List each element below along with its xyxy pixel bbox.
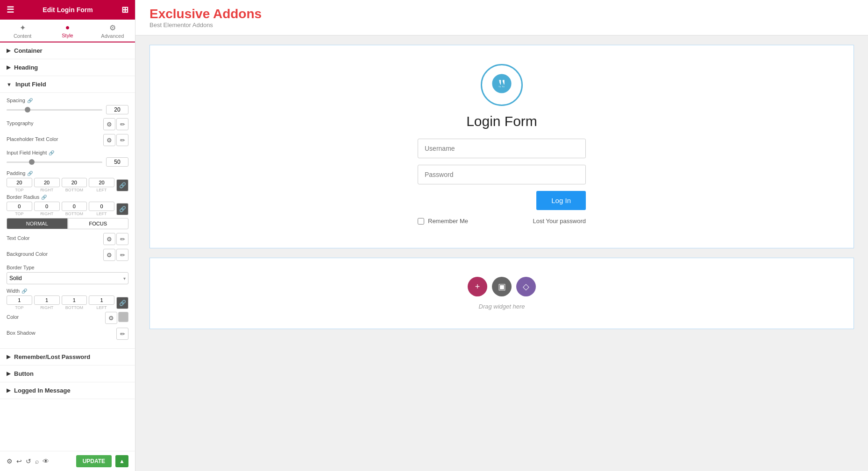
input-field-label: Input Field: [15, 81, 46, 88]
settings-bottom-icon[interactable]: ⚙: [7, 457, 13, 465]
section-remember-lost[interactable]: ▶ Remember/Lost Password: [0, 349, 135, 366]
br-top[interactable]: 0: [7, 202, 32, 211]
box-shadow-label: Box Shadow: [7, 330, 36, 336]
placeholder-color-settings-icon[interactable]: ⚙: [103, 134, 115, 146]
padding-quad: 20 TOP 20 RIGHT 20 BOTTOM 20 LEFT 🔗: [7, 178, 128, 192]
main-area: Exclusive Addons Best Elementor Addons W…: [135, 0, 868, 471]
section-container[interactable]: ▶ Container: [0, 42, 135, 59]
br-bottom[interactable]: 0: [62, 202, 87, 211]
refresh-bottom-icon[interactable]: ↺: [26, 457, 31, 465]
add-widget-icon[interactable]: +: [468, 277, 487, 296]
heading-arrow-icon: ▶: [7, 64, 10, 70]
tab-advanced[interactable]: ⚙ Advanced: [90, 20, 135, 42]
section-input-field[interactable]: ▼ Input Field: [0, 76, 135, 93]
color-row: Color ⚙: [7, 312, 128, 324]
text-color-settings-icon[interactable]: ⚙: [103, 233, 115, 245]
br-right-label: RIGHT: [40, 211, 53, 216]
tab-style[interactable]: ● Style: [45, 20, 90, 42]
drag-widget-area: + ▣ ◇ Drag widget here: [149, 258, 854, 329]
site-subtitle: Best Elementor Addons: [149, 21, 854, 28]
border-type-label: Border Type: [7, 265, 128, 270]
logged-in-arrow-icon: ▶: [7, 387, 10, 394]
br-bottom-wrap: 0 BOTTOM: [62, 202, 87, 216]
update-arrow-button[interactable]: ▲: [115, 455, 128, 467]
spacing-input[interactable]: 20: [106, 105, 128, 114]
br-right[interactable]: 0: [34, 202, 60, 211]
bg-color-edit-icon[interactable]: ✏: [116, 249, 128, 261]
br-bottom-label: BOTTOM: [65, 211, 83, 216]
lost-password-link[interactable]: Lost Your password: [533, 218, 586, 225]
tab-content[interactable]: ✦ Content: [0, 20, 45, 42]
width-top-wrap: 1 TOP: [7, 295, 32, 310]
state-focus[interactable]: FOCUS: [68, 218, 129, 229]
bg-color-settings-icon[interactable]: ⚙: [103, 249, 115, 261]
remember-checkbox[interactable]: [418, 218, 424, 225]
hamburger-icon[interactable]: ☰: [7, 5, 14, 15]
left-panel: ☰ Edit Login Form ⊞ ✦ Content ● Style ⚙ …: [0, 0, 135, 471]
state-tabs: NORMAL FOCUS: [7, 218, 128, 229]
shape-widget-icon[interactable]: ◇: [516, 277, 536, 296]
padding-left-wrap: 20 LEFT: [89, 178, 114, 192]
panel-title: Edit Login Form: [14, 6, 121, 14]
width-label: Width 🔗: [7, 288, 128, 294]
padding-top[interactable]: 20: [7, 178, 32, 187]
typography-edit-icon[interactable]: ✏: [116, 118, 128, 130]
update-button[interactable]: UPDATE: [76, 455, 112, 467]
height-slider[interactable]: [7, 162, 102, 163]
padding-right[interactable]: 20: [34, 178, 60, 187]
text-color-edit-icon[interactable]: ✏: [116, 233, 128, 245]
br-link-btn[interactable]: 🔗: [116, 203, 128, 215]
tabs-bar: ✦ Content ● Style ⚙ Advanced: [0, 20, 135, 42]
box-shadow-row: Box Shadow ✏: [7, 328, 128, 340]
br-left[interactable]: 0: [89, 202, 114, 211]
remember-me-label: Remember Me: [428, 218, 468, 225]
section-button[interactable]: ▶ Button: [0, 366, 135, 382]
padding-left[interactable]: 20: [89, 178, 114, 187]
svg-text:W: W: [497, 78, 506, 89]
width-link-btn[interactable]: 🔗: [116, 297, 128, 309]
border-type-select[interactable]: Solid None Dashed Dotted Double: [7, 272, 128, 284]
login-button[interactable]: Log In: [536, 191, 586, 210]
border-radius-link-icon: 🔗: [41, 195, 47, 200]
heading-label: Heading: [14, 64, 38, 71]
password-input[interactable]: [418, 165, 586, 184]
width-top[interactable]: 1: [7, 295, 32, 305]
typography-settings-icon[interactable]: ⚙: [103, 118, 115, 130]
preview-bottom-icon[interactable]: 👁: [43, 457, 49, 465]
height-input[interactable]: 50: [106, 157, 128, 167]
background-color-label: Background Color: [7, 251, 48, 257]
placeholder-color-edit-icon[interactable]: ✏: [116, 134, 128, 146]
padding-right-label: RIGHT: [40, 188, 53, 192]
width-right[interactable]: 1: [34, 295, 60, 305]
history-bottom-icon[interactable]: ↩: [16, 457, 22, 465]
width-left[interactable]: 1: [89, 295, 114, 305]
padding-bottom-wrap: 20 BOTTOM: [62, 178, 87, 192]
padding-link-btn[interactable]: 🔗: [116, 179, 128, 191]
username-input[interactable]: [418, 139, 586, 158]
padding-left-label: LEFT: [97, 188, 107, 192]
wp-logo-circle: W: [481, 64, 523, 106]
input-height-label: Input Field Height 🔗: [7, 150, 128, 155]
spacing-label: Spacing 🔗: [7, 98, 128, 103]
br-top-wrap: 0 TOP: [7, 202, 32, 216]
box-shadow-edit-icon[interactable]: ✏: [116, 328, 128, 340]
form-footer: Remember Me Lost Your password: [418, 218, 586, 225]
section-heading[interactable]: ▶ Heading: [0, 59, 135, 76]
button-arrow-icon: ▶: [7, 371, 10, 377]
color-swatch[interactable]: [118, 312, 128, 322]
width-bottom[interactable]: 1: [62, 295, 87, 305]
padding-bottom[interactable]: 20: [62, 178, 87, 187]
folder-widget-icon[interactable]: ▣: [492, 277, 512, 296]
grid-icon[interactable]: ⊞: [121, 5, 128, 15]
typography-label: Typography: [7, 120, 33, 126]
padding-link-icon: 🔗: [27, 171, 33, 176]
color-settings-icon[interactable]: ⚙: [105, 312, 117, 324]
spacing-slider[interactable]: [7, 109, 102, 111]
text-color-label: Text Color: [7, 235, 30, 241]
section-logged-in[interactable]: ▶ Logged In Message: [0, 382, 135, 399]
state-normal[interactable]: NORMAL: [7, 218, 68, 229]
input-field-body: Spacing 🔗 20 Typography ⚙ ✏ Placeholder …: [0, 93, 135, 349]
site-title: Exclusive Addons: [149, 7, 854, 21]
search-bottom-icon[interactable]: ⌕: [35, 457, 39, 465]
placeholder-color-row: Placeholder Text Color ⚙ ✏: [7, 134, 128, 146]
